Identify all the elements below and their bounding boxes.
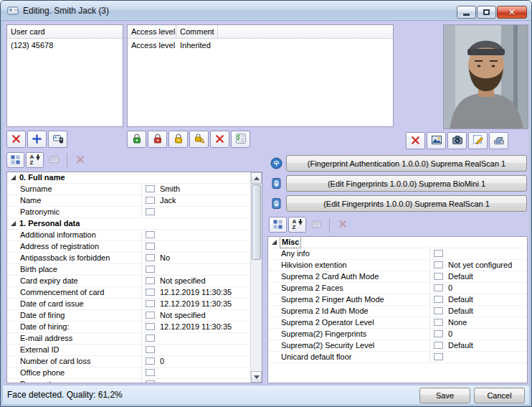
grid-row[interactable]: Office phone [7,368,250,379]
grid-row[interactable]: Suprema 2 Faces0 [268,283,527,294]
grid-row[interactable]: SurnameSmith [7,184,250,195]
field-checkbox[interactable] [146,231,155,238]
titlebar[interactable]: Editing. Smith Jack (3) ✕ [1,1,531,21]
delete-field-button[interactable] [71,152,89,168]
field-checkbox[interactable] [146,254,155,261]
card-view-button[interactable] [308,217,326,233]
grid-row[interactable]: Number of card loss0 [7,356,250,368]
field-value[interactable]: Not specified [160,310,206,321]
field-checkbox[interactable] [434,319,443,326]
user-card-list-header[interactable]: User card [7,25,123,39]
field-checkbox[interactable] [434,273,443,280]
collapse-triangle-icon[interactable] [272,240,277,245]
grid-row[interactable]: Suprema 2 Operator LevelNone [268,317,527,329]
close-button[interactable]: ✕ [497,6,527,19]
grid-row[interactable]: Suprema 2 Id Auth ModeDefault [268,306,527,317]
field-checkbox[interactable] [146,300,155,307]
grid-row[interactable]: Suprema 2 Card Auth ModeDefault [268,271,527,283]
user-card-column-header[interactable]: User card [7,25,123,38]
field-value[interactable]: Not specified [160,276,206,286]
field-value[interactable]: 12.12.2019 11:30:35 [160,299,232,309]
field-checkbox[interactable] [146,185,155,192]
field-checkbox[interactable] [434,261,443,268]
remove-access-button[interactable] [210,131,229,148]
grid-row[interactable]: Antipassback is forbiddenNo [7,253,250,264]
maximize-button[interactable] [477,6,496,19]
grid-row[interactable]: Date of card issue12.12.2019 11:30:35 [7,299,250,310]
grid-category-row[interactable]: 1. Personal data [7,218,250,230]
edit-photo-button[interactable] [468,132,488,149]
field-checkbox[interactable] [434,342,443,349]
field-checkbox[interactable] [146,380,155,383]
field-value[interactable]: Jack [160,195,176,206]
delete-field-button[interactable] [333,217,351,233]
load-photo-button[interactable] [427,132,446,149]
grid-row[interactable]: Hikvision extentionNot yet configured [268,260,527,271]
grid-row[interactable]: Date of firingNot specified [7,310,250,322]
field-value[interactable]: 0 [448,283,452,294]
field-checkbox[interactable] [146,312,155,319]
field-value[interactable]: Default [448,294,473,305]
grid-row[interactable]: Address of registration [7,241,250,253]
field-checkbox[interactable] [434,353,443,360]
field-value[interactable]: None [448,317,467,328]
grid-row[interactable]: External ID [7,345,250,356]
field-value[interactable]: Default [448,306,473,317]
field-checkbox[interactable] [146,346,155,353]
grid-row[interactable]: Additional information [7,230,250,241]
grid-row[interactable]: Suprema 2 Finger Auth ModeDefault [268,294,527,306]
field-value[interactable]: 0 [160,356,164,367]
grid-row[interactable]: Date of hiring:12.12.2019 11:30:35 [7,322,250,333]
card-view-button[interactable] [45,152,63,168]
field-checkbox[interactable] [434,307,443,314]
grid-row[interactable]: Unicard default floor [268,352,527,363]
field-value[interactable]: 0 [448,329,452,340]
save-button[interactable]: Save [419,388,470,403]
categories-view-button[interactable] [269,217,287,233]
field-checkbox[interactable] [146,208,155,215]
user-card-item[interactable]: (123) 45678 [7,39,123,52]
grid-row[interactable]: Birth place [7,264,250,276]
collapse-triangle-icon[interactable] [11,175,16,180]
grid-row[interactable]: Passport [7,379,250,383]
grid-row[interactable]: Suprema(2) Security LevelDefault [268,340,527,352]
field-checkbox[interactable] [434,250,443,257]
grid-row[interactable]: Patronymic [7,207,250,218]
lock-access-button[interactable] [168,131,188,148]
field-checkbox[interactable] [146,357,155,365]
field-value[interactable]: 12.12.2019 11:30:35 [160,287,232,298]
field-value[interactable]: No [160,253,170,263]
field-checkbox[interactable] [434,330,443,337]
key-access-button[interactable] [189,131,209,148]
field-checkbox[interactable] [146,277,155,284]
field-checkbox[interactable] [146,266,155,273]
grid-row[interactable]: Commencement of card12.12.2019 11:30:35 [7,287,250,299]
grid-row[interactable]: NameJack [7,195,250,207]
grid-category-row[interactable]: Misc [268,237,527,248]
field-checkbox[interactable] [146,197,155,204]
comment-column-header[interactable]: Comment [176,25,218,38]
delete-photo-button[interactable] [406,132,425,149]
scan-photo-button[interactable] [489,132,508,149]
field-value[interactable]: 12.12.2019 11:30:35 [160,322,232,332]
camera-button[interactable] [447,132,467,149]
scrollbar-thumb[interactable] [252,184,261,260]
fingerprint-edit-biomini-button[interactable]: (Edit Fingerprints 1.0.0.0) Suprema BioM… [286,175,527,192]
scroll-down-button[interactable] [251,371,262,383]
read-card-button[interactable] [48,131,67,148]
field-checkbox[interactable] [146,335,155,342]
field-value[interactable]: Default [448,340,473,351]
minimize-button[interactable] [457,6,476,19]
fingerprint-auth-device-button[interactable]: (Fingerprint Authentication 1.0.0.0) Sup… [286,155,527,172]
field-checkbox[interactable] [146,289,155,296]
grant-access-button[interactable] [127,131,146,148]
field-checkbox[interactable] [146,323,155,330]
person-grid-scrollbar[interactable] [250,172,262,383]
grid-row[interactable]: Any info [268,248,527,260]
collapse-triangle-icon[interactable] [11,221,16,226]
grid-row[interactable]: Suprema(2) Fingerprints0 [268,329,527,340]
field-value[interactable]: Not yet configured [448,260,512,271]
access-level-column-header[interactable]: Access level [128,25,176,38]
field-value[interactable]: Default [448,271,473,282]
fingerprint-edit-realscan-button[interactable]: (Edit Fingerprints 1.0.0.0) Suprema Real… [286,195,527,212]
